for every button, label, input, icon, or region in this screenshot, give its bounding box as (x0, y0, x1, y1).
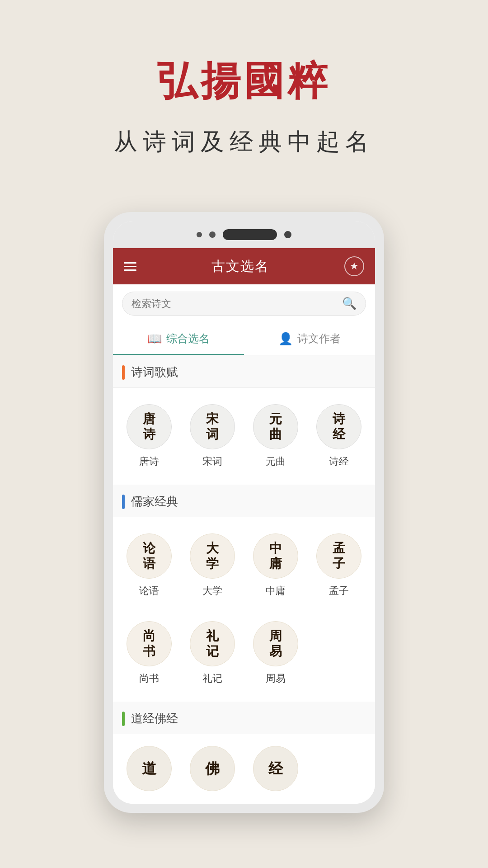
notch-dot-1 (197, 232, 202, 237)
zhongyong-label: 中庸 (266, 584, 286, 598)
app-header: 古文选名 ★ (113, 248, 375, 284)
section-poetry-header: 诗词歌赋 (113, 355, 375, 388)
liji-label: 礼记 (202, 672, 222, 685)
confucian-grid-1: 论语 论语 大学 大学 中庸 中庸 (113, 517, 375, 614)
taoist-char-3: 经 (268, 760, 283, 777)
section-taoist-header: 道经佛经 (113, 702, 375, 734)
search-input[interactable] (131, 298, 342, 310)
app-title: 古文选名 (211, 257, 269, 276)
tab-comprehensive[interactable]: 📖 综合选名 (113, 323, 244, 355)
category-zhouyi[interactable]: 周易 周易 (244, 614, 307, 693)
category-mengzi[interactable]: 孟子 孟子 (307, 526, 371, 605)
taoist-grid-partial: 道 佛 经 (113, 734, 375, 804)
songci-circle: 宋词 (190, 404, 235, 449)
songci-label: 宋词 (202, 455, 222, 468)
person-icon: 👤 (278, 332, 293, 346)
tab-comprehensive-label: 综合选名 (166, 331, 210, 346)
hero-title: 弘揚國粹 (157, 54, 331, 108)
taoist-circle-2: 佛 (190, 746, 235, 791)
tangshi-circle: 唐诗 (127, 404, 172, 449)
app-screen: 古文选名 ★ 🔍 📖 综合选名 👤 诗 (113, 248, 375, 804)
section-confucian-header: 儒家经典 (113, 485, 375, 517)
hero-subtitle: 从诗词及经典中起名 (114, 126, 374, 158)
category-zhongyong[interactable]: 中庸 中庸 (244, 526, 307, 605)
section-confucian-title: 儒家经典 (131, 494, 178, 509)
daxue-label: 大学 (202, 584, 222, 598)
confucian-grid-2: 尚书 尚书 礼记 礼记 周易 周易 (113, 614, 375, 702)
daxue-circle: 大学 (190, 533, 235, 579)
star-icon: ★ (350, 260, 359, 272)
section-poetry-title: 诗词歌赋 (131, 364, 178, 380)
taoist-circle-3: 经 (253, 746, 298, 791)
category-taoist-2[interactable]: 佛 (181, 739, 244, 804)
taoist-char-2: 佛 (205, 760, 220, 777)
zhouyi-circle: 周易 (253, 621, 298, 666)
poetry-grid: 唐诗 唐诗 宋词 宋词 元曲 元曲 (113, 388, 375, 485)
mengzi-label: 孟子 (329, 584, 349, 598)
search-icon[interactable]: 🔍 (342, 297, 357, 311)
daxue-char: 大学 (206, 541, 219, 571)
category-shangshu[interactable]: 尚书 尚书 (117, 614, 181, 693)
menu-button[interactable] (124, 262, 136, 271)
zhongyong-char: 中庸 (269, 541, 282, 571)
hero-section: 弘揚國粹 从诗词及经典中起名 (0, 0, 488, 185)
category-tangshi[interactable]: 唐诗 唐诗 (117, 397, 181, 476)
menu-line-3 (124, 269, 136, 271)
menu-line-1 (124, 262, 136, 264)
notch-speaker (223, 229, 277, 240)
notch-camera (284, 231, 291, 238)
lunyu-char: 论语 (143, 541, 155, 571)
liji-circle: 礼记 (190, 621, 235, 666)
shijing-circle: 诗经 (316, 404, 361, 449)
category-liji[interactable]: 礼记 礼记 (181, 614, 244, 693)
zhouyi-label: 周易 (266, 672, 286, 685)
phone-notch (113, 221, 375, 248)
section-bar-confucian (122, 495, 125, 509)
category-lunyu[interactable]: 论语 论语 (117, 526, 181, 605)
favorite-button[interactable]: ★ (344, 256, 364, 276)
book-icon: 📖 (147, 332, 162, 346)
search-input-wrap[interactable]: 🔍 (122, 292, 366, 316)
shijing-char: 诗经 (333, 411, 345, 442)
category-taoist-empty (307, 739, 371, 804)
shangshu-circle: 尚书 (127, 621, 172, 666)
tabs-row: 📖 综合选名 👤 诗文作者 (113, 323, 375, 355)
shijing-label: 诗经 (329, 455, 349, 468)
category-placeholder (307, 614, 371, 693)
tab-author-label: 诗文作者 (297, 331, 341, 346)
category-yuanqu[interactable]: 元曲 元曲 (244, 397, 307, 476)
tab-author[interactable]: 👤 诗文作者 (244, 323, 375, 355)
category-taoist-3[interactable]: 经 (244, 739, 307, 804)
lunyu-label: 论语 (139, 584, 159, 598)
tangshi-label: 唐诗 (139, 455, 159, 468)
category-taoist-1[interactable]: 道 (117, 739, 181, 804)
menu-line-2 (124, 266, 136, 267)
zhongyong-circle: 中庸 (253, 533, 298, 579)
mengzi-char: 孟子 (333, 541, 345, 571)
notch-dot-2 (209, 231, 216, 238)
category-songci[interactable]: 宋词 宋词 (181, 397, 244, 476)
shangshu-label: 尚书 (139, 672, 159, 685)
section-bar-taoist (122, 712, 125, 726)
taoist-char-1: 道 (142, 760, 156, 777)
zhouyi-char: 周易 (269, 628, 282, 659)
yuanqu-circle: 元曲 (253, 404, 298, 449)
category-daxue[interactable]: 大学 大学 (181, 526, 244, 605)
search-bar: 🔍 (113, 284, 375, 323)
liji-char: 礼记 (206, 628, 219, 659)
lunyu-circle: 论语 (127, 533, 172, 579)
mengzi-circle: 孟子 (316, 533, 361, 579)
phone-mockup: 古文选名 ★ 🔍 📖 综合选名 👤 诗 (104, 212, 384, 813)
shangshu-char: 尚书 (143, 628, 155, 659)
yuanqu-char: 元曲 (269, 411, 282, 442)
section-bar-poetry (122, 365, 125, 380)
category-shijing[interactable]: 诗经 诗经 (307, 397, 371, 476)
yuanqu-label: 元曲 (266, 455, 286, 468)
songci-char: 宋词 (206, 411, 219, 442)
taoist-circle-1: 道 (127, 746, 172, 791)
section-taoist-title: 道经佛经 (131, 711, 178, 726)
tangshi-char: 唐诗 (143, 411, 155, 442)
